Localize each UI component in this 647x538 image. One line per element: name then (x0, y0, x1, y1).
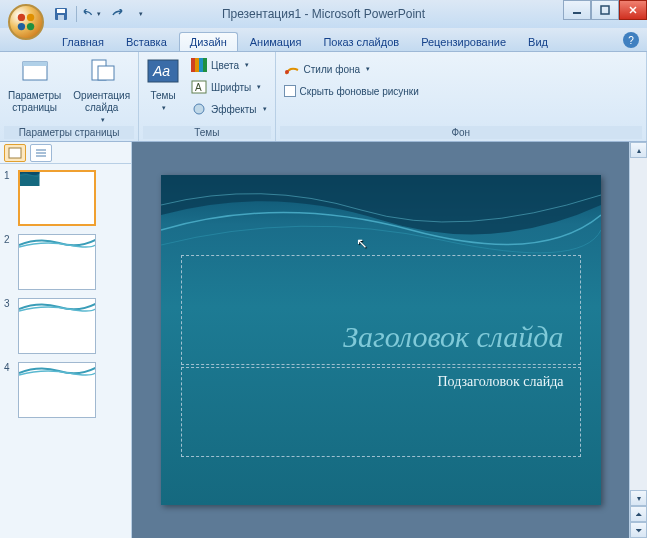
bg-styles-button[interactable]: Стили фона▾ (280, 58, 423, 80)
colors-button[interactable]: Цвета▾ (187, 54, 270, 76)
svg-point-1 (27, 14, 34, 21)
hide-bg-checkbox[interactable]: Скрыть фоновые рисунки (280, 80, 423, 102)
thumb-row-1: 1 (4, 170, 127, 226)
scroll-down-button[interactable]: ▾ (630, 490, 647, 506)
themes-gallery-button[interactable]: Aa Темы▾ (143, 54, 183, 114)
slide-thumbnails: 1 2 3 4 (0, 164, 131, 538)
minimize-button[interactable] (563, 0, 591, 20)
svg-point-22 (285, 70, 289, 74)
themes-icon: Aa (147, 56, 179, 88)
help-icon: ? (628, 35, 634, 46)
bg-styles-label: Стили фона (304, 64, 360, 75)
office-button[interactable] (8, 4, 44, 40)
fonts-label: Шрифты (211, 82, 251, 93)
slide-thumb-3[interactable] (18, 298, 96, 354)
thumb-number: 2 (4, 234, 14, 245)
window-title: Презентация1 - Microsoft PowerPoint (222, 7, 425, 21)
colors-label: Цвета (211, 60, 239, 71)
orientation-icon (86, 56, 118, 88)
slide-canvas[interactable]: Заголовок слайда Подзаголовок слайда ↖ (161, 175, 601, 505)
themes-label: Темы (151, 90, 176, 102)
svg-point-3 (27, 23, 34, 30)
effects-button[interactable]: Эффекты▾ (187, 98, 270, 120)
checkbox-icon (284, 85, 296, 97)
svg-rect-18 (203, 58, 207, 72)
workspace: 1 2 3 4 (0, 142, 647, 538)
redo-icon (109, 9, 123, 19)
title-placeholder[interactable]: Заголовок слайда (181, 255, 581, 365)
thumb-number: 4 (4, 362, 14, 373)
slide-thumb-4[interactable] (18, 362, 96, 418)
maximize-button[interactable] (591, 0, 619, 20)
tab-review[interactable]: Рецензирование (411, 33, 516, 51)
save-icon (54, 7, 68, 21)
title-bar: ▾ ▾ Презентация1 - Microsoft PowerPoint (0, 0, 647, 28)
scroll-track[interactable] (630, 158, 647, 490)
page-params-button[interactable]: Параметры страницы (4, 54, 65, 116)
orientation-button[interactable]: Ориентация слайда▾ (69, 54, 134, 126)
svg-text:A: A (195, 82, 202, 93)
window-controls (563, 0, 647, 20)
group-background: Стили фона▾ Скрыть фоновые рисунки Фон (276, 52, 647, 141)
tab-design[interactable]: Дизайн (179, 32, 238, 51)
slides-tab[interactable] (4, 144, 26, 162)
maximize-icon (600, 5, 610, 15)
undo-button[interactable]: ▾ (83, 5, 101, 23)
fonts-icon: A (191, 79, 207, 95)
page-params-label: Параметры страницы (8, 90, 61, 114)
subtitle-text: Подзаголовок слайда (198, 374, 564, 390)
title-text: Заголовок слайда (343, 320, 563, 354)
svg-rect-8 (601, 6, 609, 14)
thumb-row-4: 4 (4, 362, 127, 418)
tab-view[interactable]: Вид (518, 33, 558, 51)
close-icon (628, 5, 638, 15)
minimize-icon (572, 5, 582, 15)
thumb-number: 3 (4, 298, 14, 309)
svg-rect-7 (573, 12, 581, 14)
next-slide-button[interactable]: ⏷ (630, 522, 647, 538)
subtitle-placeholder[interactable]: Подзаголовок слайда (181, 367, 581, 457)
tab-home[interactable]: Главная (52, 33, 114, 51)
slides-panel: 1 2 3 4 (0, 142, 132, 538)
thumb-preview (20, 172, 40, 186)
scroll-up-button[interactable]: ▴ (630, 142, 647, 158)
svg-rect-10 (23, 62, 47, 66)
quick-access-toolbar: ▾ ▾ (52, 5, 149, 23)
tab-animation[interactable]: Анимация (240, 33, 312, 51)
slide-thumb-2[interactable] (18, 234, 96, 290)
bg-styles-icon (284, 61, 300, 77)
group-label-page-setup: Параметры страницы (4, 126, 134, 139)
outline-tab-icon (34, 147, 48, 159)
double-up-icon: ⏶ (635, 510, 643, 519)
svg-point-21 (194, 104, 204, 114)
help-button[interactable]: ? (623, 32, 639, 48)
group-themes: Aa Темы▾ Цвета▾ A Шрифты▾ Эффекты▾ Темы (139, 52, 275, 141)
thumb-preview (19, 299, 96, 313)
redo-button[interactable] (107, 5, 125, 23)
undo-icon (83, 9, 95, 19)
slide-editor[interactable]: Заголовок слайда Подзаголовок слайда ↖ (132, 142, 629, 538)
prev-slide-button[interactable]: ⏶ (630, 506, 647, 522)
tab-insert[interactable]: Вставка (116, 33, 177, 51)
svg-rect-23 (9, 148, 21, 158)
save-button[interactable] (52, 5, 70, 23)
outline-tab[interactable] (30, 144, 52, 162)
slide-thumb-1[interactable] (18, 170, 96, 226)
group-label-background: Фон (280, 126, 642, 139)
svg-rect-5 (57, 9, 65, 13)
svg-rect-6 (58, 15, 64, 20)
tab-slideshow[interactable]: Показ слайдов (313, 33, 409, 51)
thumb-preview (19, 363, 96, 377)
qat-customize[interactable]: ▾ (131, 5, 149, 23)
svg-point-2 (18, 23, 25, 30)
svg-text:Aa: Aa (152, 63, 170, 79)
cursor-icon: ↖ (356, 235, 368, 251)
close-button[interactable] (619, 0, 647, 20)
thumb-row-2: 2 (4, 234, 127, 290)
thumb-row-3: 3 (4, 298, 127, 354)
chevron-down-icon: ▾ (637, 494, 641, 503)
colors-icon (191, 57, 207, 73)
ribbon: Параметры страницы Ориентация слайда▾ Па… (0, 52, 647, 142)
chevron-up-icon: ▴ (637, 146, 641, 155)
fonts-button[interactable]: A Шрифты▾ (187, 76, 270, 98)
